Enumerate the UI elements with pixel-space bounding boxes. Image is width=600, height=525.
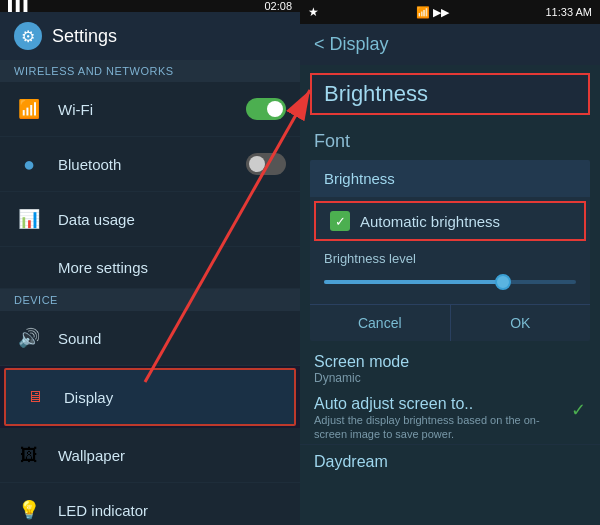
brightness-highlight-box: Brightness xyxy=(310,73,590,115)
right-bluetooth-icon: ★ xyxy=(308,5,319,19)
section-header-device: Device xyxy=(0,289,300,311)
auto-adjust-checkmark: ✓ xyxy=(571,395,586,421)
brightness-dialog: Brightness ✓ Automatic brightness Bright… xyxy=(310,160,590,341)
led-label: LED indicator xyxy=(58,502,286,519)
wifi-label: Wi-Fi xyxy=(58,101,232,118)
auto-brightness-row[interactable]: ✓ Automatic brightness xyxy=(314,201,586,241)
menu-item-wallpaper[interactable]: 🖼 Wallpaper xyxy=(0,428,300,483)
screen-mode-title: Screen mode xyxy=(314,353,586,371)
ok-button[interactable]: OK xyxy=(451,305,591,341)
wallpaper-label: Wallpaper xyxy=(58,447,286,464)
auto-adjust-section: Auto adjust screen to.. Adjust the displ… xyxy=(300,387,600,445)
data-usage-label: Data usage xyxy=(58,211,286,228)
left-signal: ▌▌▌ xyxy=(8,0,31,12)
more-settings-label: More settings xyxy=(58,259,148,276)
left-panel: ▌▌▌ 02:08 ⚙ Settings Wireless and networ… xyxy=(0,0,300,525)
brightness-title: Brightness xyxy=(324,81,428,106)
wifi-toggle[interactable] xyxy=(246,98,286,120)
wifi-icon: 📶 xyxy=(14,94,44,124)
section-header-wireless: Wireless and networks xyxy=(0,60,300,82)
bluetooth-toggle[interactable] xyxy=(246,153,286,175)
display-icon: 🖥 xyxy=(20,382,50,412)
left-time: 02:08 xyxy=(264,0,292,12)
bluetooth-label: Bluetooth xyxy=(58,156,232,173)
dialog-buttons: Cancel OK xyxy=(310,304,590,341)
status-bar-left: ▌▌▌ 02:08 xyxy=(0,0,300,12)
menu-item-bluetooth[interactable]: ● Bluetooth xyxy=(0,137,300,192)
auto-brightness-checkbox[interactable]: ✓ xyxy=(330,211,350,231)
status-bar-right: ★ 📶 ▶▶ 11:33 AM xyxy=(300,0,600,24)
font-section: Font xyxy=(300,123,600,156)
sound-label: Sound xyxy=(58,330,286,347)
menu-item-more-settings[interactable]: More settings xyxy=(0,247,300,289)
gear-icon: ⚙ xyxy=(14,22,42,50)
dialog-title: Brightness xyxy=(310,160,590,197)
brightness-level-label: Brightness level xyxy=(310,245,590,268)
wallpaper-icon: 🖼 xyxy=(14,440,44,470)
menu-item-sound[interactable]: 🔊 Sound xyxy=(0,311,300,366)
settings-header: ⚙ Settings xyxy=(0,12,300,60)
right-time: 11:33 AM xyxy=(546,6,592,18)
cancel-button[interactable]: Cancel xyxy=(310,305,451,341)
display-label: Display xyxy=(64,389,280,406)
screen-mode-section: Screen mode Dynamic xyxy=(300,345,600,387)
back-button[interactable]: < Display xyxy=(314,34,389,55)
display-header[interactable]: < Display xyxy=(300,24,600,65)
menu-item-data-usage[interactable]: 📊 Data usage xyxy=(0,192,300,247)
auto-adjust-title: Auto adjust screen to.. xyxy=(314,395,571,413)
settings-title: Settings xyxy=(52,26,117,47)
right-panel: ★ 📶 ▶▶ 11:33 AM < Display Brightness Fon… xyxy=(300,0,600,525)
slider-fill xyxy=(324,280,500,284)
bluetooth-icon: ● xyxy=(14,149,44,179)
auto-brightness-label: Automatic brightness xyxy=(360,213,500,230)
auto-adjust-subtitle: Adjust the display brightness based on t… xyxy=(314,413,571,442)
brightness-slider-container[interactable] xyxy=(310,268,590,300)
menu-item-wifi[interactable]: 📶 Wi-Fi xyxy=(0,82,300,137)
screen-mode-subtitle: Dynamic xyxy=(314,371,586,385)
menu-item-display[interactable]: 🖥 Display xyxy=(4,368,296,426)
menu-item-led[interactable]: 💡 LED indicator xyxy=(0,483,300,525)
right-status-icons: 📶 ▶▶ xyxy=(416,6,449,19)
font-label: Font xyxy=(314,131,350,151)
daydream-title: Daydream xyxy=(314,453,586,471)
slider-track[interactable] xyxy=(324,280,576,284)
led-icon: 💡 xyxy=(14,495,44,525)
slider-thumb[interactable] xyxy=(495,274,511,290)
sound-icon: 🔊 xyxy=(14,323,44,353)
daydream-section: Daydream xyxy=(300,445,600,473)
data-usage-icon: 📊 xyxy=(14,204,44,234)
